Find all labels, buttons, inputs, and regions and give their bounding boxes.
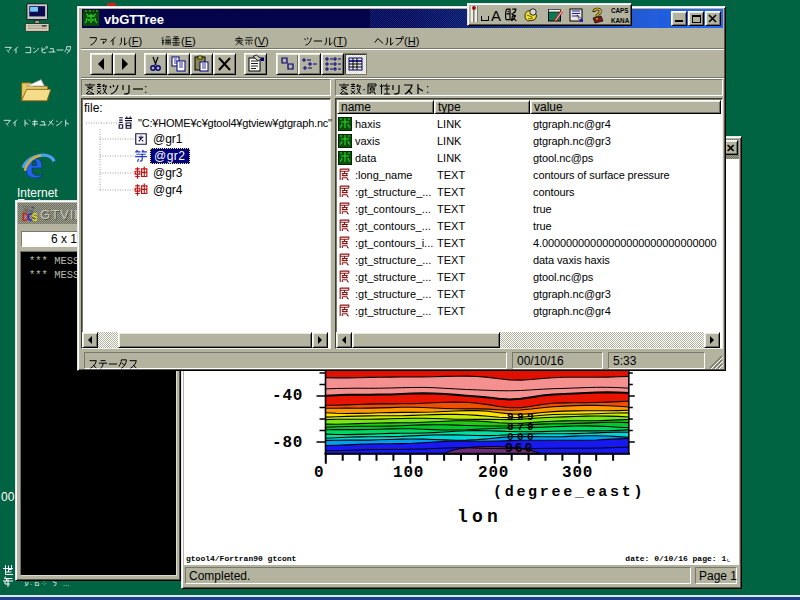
svg-text:S: S: [32, 212, 38, 222]
svg-text:?: ?: [592, 6, 602, 24]
